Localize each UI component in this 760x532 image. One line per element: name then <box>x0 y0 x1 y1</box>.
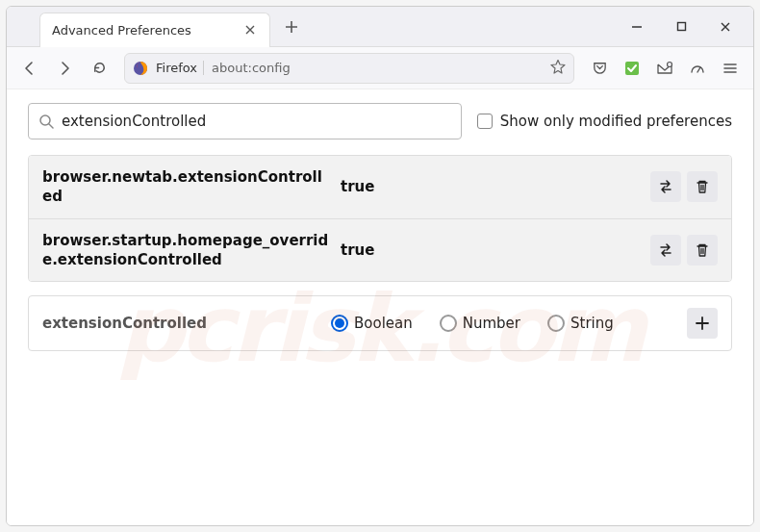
tab-bar: Advanced Preferences <box>7 7 753 47</box>
extension-icon[interactable] <box>617 53 647 84</box>
radio-icon <box>440 315 457 332</box>
toggle-button[interactable] <box>650 171 681 202</box>
close-tab-button[interactable] <box>242 22 258 38</box>
minimize-button[interactable] <box>615 12 659 42</box>
preferences-list: browser.newtab.extensionControlled true … <box>28 155 732 282</box>
preference-actions <box>650 171 718 202</box>
toggle-button[interactable] <box>650 235 681 266</box>
browser-window: Advanced Preferences <box>6 6 754 526</box>
tab-title: Advanced Preferences <box>52 23 242 38</box>
back-button[interactable] <box>14 53 45 84</box>
forward-button[interactable] <box>49 53 80 84</box>
radio-icon <box>331 315 348 332</box>
search-box[interactable] <box>28 103 462 139</box>
page-content: pcrisk.com Show only modified preference… <box>7 89 753 525</box>
radio-label: String <box>570 315 614 332</box>
search-row: Show only modified preferences <box>28 103 732 139</box>
pocket-button[interactable] <box>584 53 615 84</box>
maximize-button[interactable] <box>659 12 703 42</box>
window-controls <box>615 12 747 42</box>
app-menu-button[interactable] <box>715 53 746 84</box>
checkbox-icon <box>477 114 493 129</box>
identity-label: Firefox <box>156 61 204 75</box>
preference-value: true <box>341 241 650 259</box>
url-bar[interactable]: Firefox about:config <box>124 53 574 84</box>
url-text: about:config <box>212 61 543 75</box>
preference-row[interactable]: browser.newtab.extensionControlled true <box>29 156 731 218</box>
search-icon <box>38 114 54 129</box>
show-only-modified-checkbox[interactable]: Show only modified preferences <box>477 113 732 130</box>
delete-button[interactable] <box>687 171 718 202</box>
type-radio-group: Boolean Number String <box>331 315 677 332</box>
preference-value: true <box>341 178 650 195</box>
dashboard-icon[interactable] <box>682 53 713 84</box>
add-button[interactable] <box>687 308 718 339</box>
reload-button[interactable] <box>84 53 114 84</box>
preference-row[interactable]: browser.startup.homepage_override.extens… <box>29 218 731 282</box>
bookmark-star-icon[interactable] <box>550 59 566 78</box>
preference-actions <box>650 235 718 266</box>
preference-name: browser.startup.homepage_override.extens… <box>42 231 341 270</box>
close-window-button[interactable] <box>703 12 747 42</box>
preference-name: browser.newtab.extensionControlled <box>42 167 341 207</box>
radio-number[interactable]: Number <box>440 315 520 332</box>
radio-label: Boolean <box>354 315 413 332</box>
svg-rect-0 <box>677 23 685 31</box>
add-preference-row: extensionControlled Boolean Number Strin… <box>28 295 732 351</box>
toolbar-icons <box>584 53 746 84</box>
nav-toolbar: Firefox about:config <box>7 47 753 89</box>
svg-point-3 <box>668 62 672 66</box>
new-tab-button[interactable] <box>278 13 305 40</box>
radio-label: Number <box>463 315 520 332</box>
active-tab[interactable]: Advanced Preferences <box>39 13 270 47</box>
firefox-logo-icon <box>133 61 148 76</box>
new-preference-name: extensionControlled <box>42 315 321 332</box>
radio-string[interactable]: String <box>547 315 614 332</box>
delete-button[interactable] <box>687 235 718 266</box>
search-input[interactable] <box>62 113 451 130</box>
mail-icon[interactable] <box>649 53 680 84</box>
radio-icon <box>547 315 565 332</box>
show-only-modified-label: Show only modified preferences <box>500 113 732 130</box>
radio-boolean[interactable]: Boolean <box>331 315 413 332</box>
